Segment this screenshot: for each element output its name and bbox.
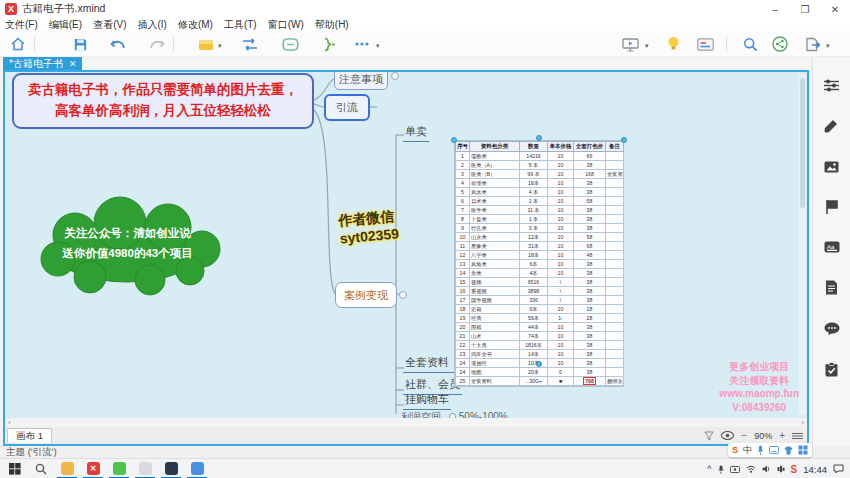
document-tab[interactable]: *古籍电子书 ✕ bbox=[3, 57, 82, 71]
more-tools-icon[interactable] bbox=[352, 34, 372, 54]
explorer-icon[interactable] bbox=[56, 461, 78, 476]
selection-handle[interactable] bbox=[621, 137, 627, 143]
scroll-left-icon[interactable]: ‹ bbox=[8, 418, 11, 427]
root-topic[interactable]: 卖古籍电子书，作品只需要简单的图片去重， 高客单价高利润，月入五位轻轻松松 bbox=[12, 73, 314, 129]
taskbar-search-icon[interactable] bbox=[30, 462, 52, 476]
home-icon[interactable] bbox=[8, 34, 28, 54]
scroll-right-icon[interactable]: › bbox=[801, 418, 804, 427]
table-cell: 38 bbox=[574, 260, 606, 269]
sogou-logo-icon[interactable]: S bbox=[732, 444, 738, 456]
format-sliders-icon[interactable] bbox=[824, 79, 839, 92]
menu-item-6[interactable]: 窗口(W) bbox=[268, 18, 304, 32]
start-button[interactable] bbox=[4, 462, 26, 476]
menu-item-2[interactable]: 查看(V) bbox=[93, 18, 126, 32]
tray-expand-icon[interactable]: ^ bbox=[707, 464, 711, 474]
window-title: 古籍电子书.xmind bbox=[22, 2, 105, 16]
minimize-button[interactable]: – bbox=[760, 0, 790, 18]
tray-display-icon[interactable] bbox=[730, 466, 740, 473]
horizontal-scrollbar[interactable]: ‹ › bbox=[5, 418, 807, 427]
app-blue-icon[interactable] bbox=[186, 461, 208, 476]
eye-icon[interactable] bbox=[721, 431, 734, 440]
table-cell: 全套资料 bbox=[470, 377, 520, 386]
topic-partial-clipped[interactable]: 利润空间 50%-100% bbox=[399, 410, 510, 418]
wechat-icon[interactable] bbox=[108, 461, 130, 476]
table-row: 21山术74本1038 bbox=[456, 332, 624, 341]
table-cell: 38 bbox=[574, 179, 606, 188]
tray-mic-icon[interactable] bbox=[718, 465, 724, 474]
scrollbar-thumb[interactable] bbox=[800, 78, 805, 208]
topic-case-monetize[interactable]: 案例变现 bbox=[335, 282, 397, 308]
summary-icon[interactable] bbox=[318, 34, 338, 54]
status-bar: 主题 ('引流') bbox=[0, 446, 850, 458]
task-clipboard-icon[interactable] bbox=[825, 362, 838, 377]
tab-close-icon[interactable]: ✕ bbox=[69, 59, 77, 69]
export-icon[interactable] bbox=[803, 34, 823, 54]
sogou-input-bar[interactable]: S 中 bbox=[728, 443, 812, 457]
export-caret-icon[interactable]: ▾ bbox=[826, 42, 830, 50]
marker-flag-icon[interactable] bbox=[825, 200, 839, 214]
undo-icon[interactable] bbox=[108, 34, 128, 54]
tray-wifi-icon[interactable] bbox=[746, 465, 756, 473]
tray-audio-icon[interactable] bbox=[777, 465, 785, 473]
sogou-mic-icon[interactable] bbox=[757, 445, 764, 455]
sheet-tab[interactable]: 画布 1 bbox=[7, 428, 52, 443]
sogou-skin-icon[interactable] bbox=[784, 446, 793, 455]
app-gray-icon[interactable] bbox=[134, 461, 156, 476]
table-cell: 6本 bbox=[520, 305, 548, 314]
comment-icon[interactable] bbox=[824, 322, 840, 335]
topic-traffic-selected[interactable]: 引流 bbox=[324, 94, 370, 121]
maximize-button[interactable]: ❐ bbox=[790, 0, 820, 18]
search-icon[interactable] bbox=[740, 34, 760, 54]
topic-cart[interactable]: 挂购物车 bbox=[403, 392, 451, 410]
mindmap-canvas[interactable]: 卖古籍电子书，作品只需要简单的图片去重， 高客单价高利润，月入五位轻轻松松 注意… bbox=[5, 72, 807, 418]
vertical-scrollbar[interactable] bbox=[799, 74, 806, 414]
more-tools-caret-icon[interactable]: ▾ bbox=[376, 42, 380, 50]
selection-handle[interactable] bbox=[536, 135, 542, 141]
browser-dark-icon[interactable] bbox=[160, 461, 182, 476]
table-cell: 山永类 bbox=[470, 233, 520, 242]
filter-icon[interactable] bbox=[704, 431, 714, 441]
menu-item-3[interactable]: 插入(I) bbox=[137, 18, 166, 32]
save-icon[interactable] bbox=[70, 34, 90, 54]
collapse-dot-icon[interactable] bbox=[399, 291, 407, 299]
marker-caret-icon[interactable]: ▾ bbox=[218, 42, 222, 50]
pink-watermark-line: V:08439260 bbox=[719, 401, 799, 415]
lightbulb-icon[interactable] bbox=[663, 34, 683, 54]
marker-icon[interactable] bbox=[196, 34, 216, 54]
clock[interactable]: 14:44 bbox=[803, 464, 827, 475]
notes-icon[interactable] bbox=[825, 280, 838, 295]
zoom-out-button[interactable]: − bbox=[741, 430, 747, 441]
tray-sogou-icon[interactable]: S bbox=[791, 464, 798, 475]
topic-notes[interactable]: 注意事项 bbox=[334, 72, 388, 90]
redo-icon[interactable] bbox=[146, 34, 166, 54]
format-painter-icon[interactable] bbox=[824, 119, 839, 134]
menu-item-7[interactable]: 帮助(H) bbox=[315, 18, 349, 32]
collapse-dot-icon[interactable] bbox=[391, 72, 399, 80]
sogou-grid-icon[interactable] bbox=[798, 445, 808, 455]
fit-window-icon[interactable] bbox=[792, 432, 803, 440]
selection-handle[interactable] bbox=[451, 137, 457, 143]
close-button[interactable]: ✕ bbox=[820, 0, 850, 18]
menu-item-0[interactable]: 文件(F) bbox=[5, 18, 38, 32]
menu-item-1[interactable]: 编辑(E) bbox=[49, 18, 82, 32]
zoom-in-button[interactable]: + bbox=[779, 430, 785, 441]
boundary-icon[interactable] bbox=[280, 34, 300, 54]
presentation-icon[interactable] bbox=[620, 34, 640, 54]
insert-image-icon[interactable] bbox=[824, 161, 839, 173]
sogou-keyboard-icon[interactable] bbox=[769, 446, 779, 454]
sogou-mode-toggle[interactable]: 中 bbox=[743, 444, 752, 456]
tray-volume-icon[interactable] bbox=[762, 465, 771, 473]
presentation-caret-icon[interactable]: ▾ bbox=[645, 42, 649, 50]
embedded-table-image[interactable]: 序号资料包分类数量单本价格全套打包价备注 1儒教类1421610662医类（A）… bbox=[454, 140, 624, 387]
selection-handle[interactable] bbox=[536, 361, 542, 367]
xmind-icon[interactable]: ✕ bbox=[82, 461, 104, 476]
slide-panel-icon[interactable] bbox=[695, 34, 715, 54]
label-aa-icon[interactable]: Aa bbox=[824, 241, 840, 253]
topic-single-sale[interactable]: 单卖 bbox=[403, 124, 429, 142]
table-cell: 10 bbox=[456, 233, 470, 242]
notification-center-icon[interactable] bbox=[833, 464, 844, 474]
menu-item-5[interactable]: 工具(T) bbox=[224, 18, 257, 32]
share-icon[interactable] bbox=[770, 34, 790, 54]
relationship-icon[interactable] bbox=[240, 34, 260, 54]
menu-item-4[interactable]: 修改(M) bbox=[178, 18, 213, 32]
